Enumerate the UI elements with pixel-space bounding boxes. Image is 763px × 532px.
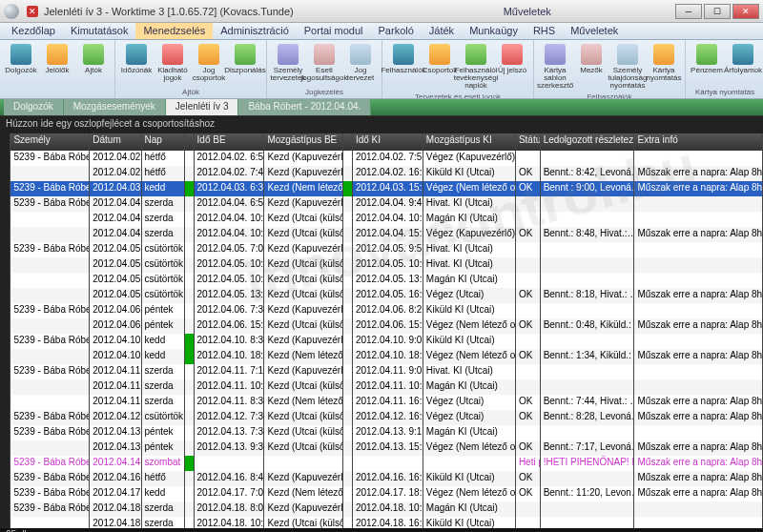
table-row[interactable]: 5239 - Bába Róbert2012.04.05.csütörtök20…: [0, 242, 763, 257]
ribbon-csoportok[interactable]: Csoportok: [423, 42, 457, 92]
table-row[interactable]: 5239 - Bába Róbert2012.04.04.szerda2012.…: [0, 196, 763, 212]
cell: OK: [516, 288, 541, 303]
cell: 2012.04.10. 8:39: [195, 334, 265, 349]
cell: Bennt.: 11:20, Levon…: [541, 486, 635, 501]
table-row[interactable]: 5239 - Bába Róbert2012.04.13.péntek2012.…: [0, 425, 763, 440]
ribbon-új-jelszó[interactable]: Új jelszó: [495, 42, 529, 92]
cell: [541, 471, 635, 486]
table-row[interactable]: 5239 - Bába Róbert2012.04.02.hétfő2012.0…: [0, 151, 763, 166]
ribbon-dolgozók[interactable]: Dolgozók: [4, 42, 38, 95]
col-header[interactable]: [343, 133, 353, 151]
group-by-hint[interactable]: Húzzon ide egy oszlopfejlécet a csoporto…: [0, 116, 763, 133]
col-header[interactable]: [0, 133, 10, 151]
ribbon-jog-tervezet[interactable]: Jog tervezet: [343, 42, 378, 87]
col-header[interactable]: Mozgástípus KI: [423, 133, 516, 151]
col-header[interactable]: Idő KI: [353, 133, 423, 151]
col-header[interactable]: Extra infó: [634, 133, 763, 151]
col-header[interactable]: Nap: [142, 133, 185, 151]
ribbon-icon: [162, 44, 183, 65]
table-row[interactable]: 2012.04.06.péntek2012.04.06. 15:25Kezd (…: [0, 318, 763, 334]
ribbon-pénznem[interactable]: Pénznem: [690, 42, 724, 87]
table-row[interactable]: 2012.04.18.szerda2012.04.18. 10:34Kezd (…: [0, 517, 763, 528]
table-row[interactable]: 2012.04.11.szerda2012.04.11. 8:38Kezd (N…: [0, 395, 763, 410]
ribbon-jelölők[interactable]: Jelölők: [40, 42, 74, 95]
table-row[interactable]: 2012.04.04.szerda2012.04.04. 10:39Kezd (…: [0, 227, 763, 242]
ribbon-személy-tulajdonság-nyomtatás[interactable]: Személy tulajdonság nyomtatás: [610, 42, 645, 92]
ribbon-icon: [465, 44, 486, 65]
ribbon-árfolyamok[interactable]: Árfolyamok: [726, 42, 760, 87]
col-header[interactable]: [185, 133, 195, 151]
ribbon-felhasználói-tevékenységi-naplók[interactable]: Felhasználói tevékenységi naplók: [459, 42, 493, 92]
cell: [0, 425, 10, 440]
table-row[interactable]: 2012.04.05.csütörtök2012.04.05. 13:25Kez…: [0, 288, 763, 303]
table-row[interactable]: 5239 - Bába Róbert2012.04.11.szerda2012.…: [0, 364, 763, 379]
table-row[interactable]: 2012.04.13.péntek2012.04.13. 9:34Kezd (U…: [0, 440, 763, 456]
table-row[interactable]: 5239 - Bába Róbert2012.04.10.kedd2012.04…: [0, 334, 763, 349]
tab-dolgozók[interactable]: Dolgozók: [4, 99, 64, 115]
cell: Kiküld KI (Utcai): [423, 517, 516, 528]
tab-jelenléti-ív-3[interactable]: Jelenléti ív 3: [166, 99, 239, 115]
menu-játék[interactable]: Játék: [422, 23, 462, 39]
table-row[interactable]: 5239 - Bába Róbert2012.04.03.kedd2012.04…: [0, 181, 763, 196]
tab-mozgásesemények[interactable]: Mozgásesemények: [64, 99, 166, 115]
col-header[interactable]: Dátum: [90, 133, 141, 151]
menu-parkoló[interactable]: Parkoló: [371, 23, 422, 39]
menu-műveletek[interactable]: Műveletek: [563, 23, 626, 39]
ribbon-kártya-sablon-szerkesztő[interactable]: Kártya sablon szerkesztő: [538, 42, 572, 92]
ribbon-felhasználók[interactable]: Felhasználók: [386, 42, 421, 92]
ribbon-időzónák[interactable]: Időzónák: [119, 42, 154, 87]
table-row[interactable]: 2012.04.02.hétfő2012.04.02. 7:42Kezd (Ka…: [0, 166, 763, 181]
cell: [0, 288, 10, 303]
table-row[interactable]: 5239 - Bába Róbert2012.04.18.szerda2012.…: [0, 501, 763, 517]
ribbon-eseti-jogosultságok[interactable]: Eseti jogosultságok: [307, 42, 341, 87]
ribbon-kiadható-jogok[interactable]: Kiadható jogok: [155, 42, 190, 87]
col-header[interactable]: Mozgástípus BE: [264, 133, 343, 151]
table-row[interactable]: 2012.04.11.szerda2012.04.11. 10:39Kezd (…: [0, 379, 763, 395]
ribbon-ajtók[interactable]: Ajtók: [76, 42, 111, 95]
cell: péntek: [142, 425, 185, 440]
cell: [10, 379, 90, 395]
close-button[interactable]: ✕: [732, 4, 759, 19]
grid[interactable]: SzemélyDátumNapIdő BEMozgástípus BEIdő K…: [0, 133, 763, 528]
table-row[interactable]: 2012.04.05.csütörtök2012.04.05. 10:04Kez…: [0, 273, 763, 288]
table-row[interactable]: 2012.04.10.kedd2012.04.10. 18:15Kezd (Ne…: [0, 349, 763, 364]
menu-portai modul[interactable]: Portai modul: [297, 23, 371, 39]
cell: [541, 196, 635, 212]
cell: [0, 242, 10, 257]
cell: 2012.04.12. 7:35: [195, 410, 265, 425]
cell: [516, 242, 541, 257]
cell: [0, 257, 10, 273]
quick-close-icon[interactable]: ✕: [27, 6, 38, 17]
quick-access-menu[interactable]: Műveletek: [504, 6, 551, 17]
table-row[interactable]: 2012.04.05.csütörtök2012.04.05. 10:00Kez…: [0, 257, 763, 273]
menu-rhs[interactable]: RHS: [526, 23, 563, 39]
cell: 2012.04.17.: [90, 486, 141, 501]
table-row[interactable]: 5239 - Bába Róbert2012.04.14.szombatHeti…: [0, 456, 763, 471]
ribbon-diszponálás[interactable]: Diszponálás: [228, 42, 262, 87]
menu-kimutatások[interactable]: Kimutatások: [63, 23, 136, 39]
col-header[interactable]: Státusz: [516, 133, 541, 151]
table-row[interactable]: 5239 - Bába Róbert2012.04.17.kedd2012.04…: [0, 486, 763, 501]
ribbon-jog-csoportok[interactable]: Jog csoportok: [192, 42, 226, 87]
cell: [185, 440, 195, 456]
menu-menedzselés[interactable]: Menedzselés: [135, 23, 213, 39]
col-header[interactable]: Személy: [10, 133, 90, 151]
table-row[interactable]: 2012.04.04.szerda2012.04.04. 10:16Kezd (…: [0, 212, 763, 227]
maximize-button[interactable]: ☐: [704, 4, 731, 19]
table-row[interactable]: 5239 - Bába Róbert2012.04.12.csütörtök20…: [0, 410, 763, 425]
cell: 2012.04.13.: [90, 425, 141, 440]
tab-bába-róbert---2012.04.04.[interactable]: Bába Róbert - 2012.04.04.: [238, 99, 371, 115]
table-row[interactable]: 5239 - Bába Róbert2012.04.16.hétfő2012.0…: [0, 471, 763, 486]
ribbon-kártya-nyomtatás[interactable]: Kártya nyomtatás: [647, 42, 681, 92]
menu-munkaügy[interactable]: Munkaügy: [462, 23, 526, 39]
cell: 5239 - Bába Róbert: [10, 471, 90, 486]
menu-kezdőlap[interactable]: Kezdőlap: [4, 23, 63, 39]
minimize-button[interactable]: ─: [675, 4, 702, 19]
ribbon-mezők[interactable]: Mezők: [574, 42, 608, 92]
col-header[interactable]: Ledolgozott részletez: [541, 133, 635, 151]
cell: Kezd (Utcai (külső ol…: [264, 379, 343, 395]
col-header[interactable]: Idő BE: [195, 133, 265, 151]
cell: [185, 242, 195, 257]
table-row[interactable]: 5239 - Bába Róbert2012.04.06.péntek2012.…: [0, 303, 763, 318]
menu-adminisztráció[interactable]: Adminisztráció: [213, 23, 297, 39]
